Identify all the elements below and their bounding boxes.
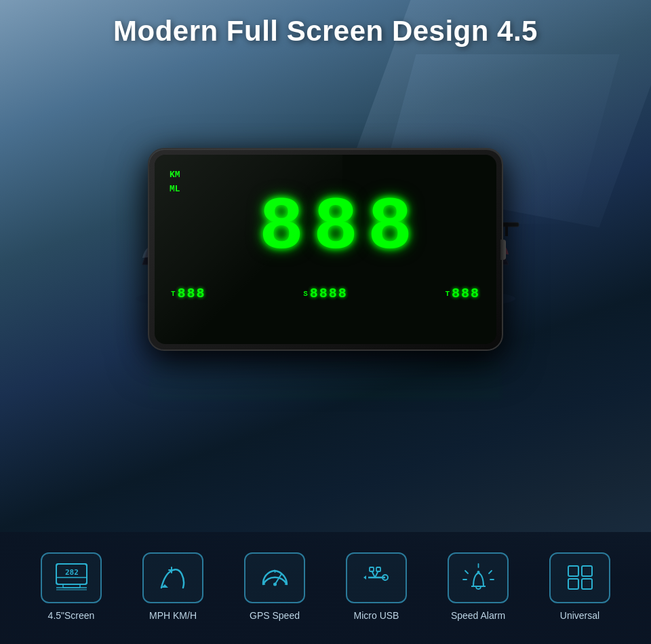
hud-screen: KM ML 8 8 8 T 888	[155, 155, 496, 344]
feature-speed-alarm: Speed Alarm	[448, 552, 509, 621]
gps-speed-icon	[256, 561, 294, 594]
svg-line-30	[465, 571, 468, 573]
svg-point-23	[273, 583, 277, 586]
total-odometer: T 888	[445, 286, 480, 301]
hud-side-button[interactable]	[500, 240, 506, 260]
unit-labels: KM ML	[170, 168, 180, 197]
ml-label: ML	[170, 183, 180, 197]
speed-alarm-label: Speed Alarm	[451, 610, 505, 621]
speed-unit-icon	[155, 561, 192, 594]
svg-point-36	[477, 571, 479, 573]
micro-usb-icon	[358, 561, 395, 594]
total-label: T	[445, 290, 450, 298]
micro-usb-icon-box	[346, 552, 407, 603]
universal-label: Universal	[560, 610, 599, 621]
gps-speed-icon-box	[244, 552, 305, 603]
svg-rect-39	[568, 579, 578, 589]
feature-screen-size: 282 4.5"Screen	[41, 552, 102, 621]
km-label: KM	[170, 168, 180, 183]
digit-3: 8	[368, 194, 412, 261]
feature-gps-speed: GPS Speed	[244, 552, 305, 621]
total-digits: 888	[452, 286, 480, 301]
hud-floor-reflection	[149, 346, 502, 400]
speed-alarm-icon-box	[448, 552, 509, 603]
screen-size-label: 4.5"Screen	[48, 610, 95, 621]
speed-alarm-icon	[460, 561, 497, 594]
svg-text:282: 282	[65, 568, 79, 577]
svg-rect-38	[582, 566, 592, 576]
sat-digits: 8888	[310, 286, 348, 301]
sub-display-row: T 888 S 8888 T 888	[165, 286, 486, 301]
trip-digits: 888	[178, 286, 206, 301]
speed-unit-icon-box	[142, 552, 203, 603]
speed-unit-label: MPH KM/H	[149, 610, 197, 621]
universal-icon-box	[549, 552, 610, 603]
trip-odometer: T 888	[171, 286, 206, 301]
micro-usb-label: Micro USB	[354, 610, 399, 621]
screen-size-icon-box: 282	[41, 552, 102, 603]
svg-line-32	[489, 571, 492, 573]
hud-device: KM ML 8 8 8 T 888	[149, 149, 502, 349]
main-container: Modern Full Screen Design 4.5 KM ML 8 8	[0, 0, 651, 644]
trip-label: T	[171, 290, 176, 298]
feature-universal: Universal	[549, 552, 610, 621]
digit-1: 8	[259, 194, 304, 261]
svg-rect-37	[568, 566, 578, 576]
hud-outer-frame: KM ML 8 8 8 T 888	[149, 149, 502, 349]
satellite-info: S 8888	[303, 286, 348, 301]
main-speed-digits: 8 8 8	[186, 175, 486, 280]
gps-speed-label: GPS Speed	[250, 610, 300, 621]
svg-rect-2	[505, 223, 508, 236]
sat-label: S	[303, 290, 308, 298]
features-bar: 282 4.5"Screen MPH KM/H	[0, 532, 651, 644]
universal-icon	[561, 561, 599, 594]
digit-2: 8	[313, 194, 358, 261]
page-title: Modern Full Screen Design 4.5	[0, 15, 651, 48]
hud-content: KM ML 8 8 8 T 888	[155, 155, 496, 344]
screen-size-icon: 282	[53, 561, 90, 594]
svg-rect-40	[582, 579, 592, 589]
feature-speed-unit: MPH KM/H	[142, 552, 203, 621]
feature-micro-usb: Micro USB	[346, 552, 407, 621]
